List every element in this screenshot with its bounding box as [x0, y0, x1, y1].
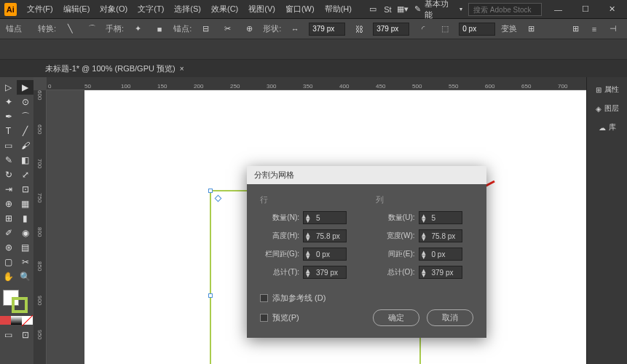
panel-libraries[interactable]: ☁库: [587, 119, 627, 135]
eraser-tool[interactable]: ◧: [17, 153, 33, 167]
stroke-swatch[interactable]: [12, 297, 28, 313]
stepper-icon[interactable]: ▴▾: [304, 232, 312, 240]
slice-tool[interactable]: ✂: [17, 255, 33, 269]
corner-type-icon[interactable]: ◜: [415, 22, 431, 36]
selection-handle-tl[interactable]: [208, 189, 213, 193]
stepper-icon[interactable]: ▴▾: [419, 250, 428, 258]
cancel-button[interactable]: 取消: [427, 309, 473, 326]
menu-window[interactable]: 窗口(W): [281, 1, 319, 17]
gradient-tool[interactable]: ▮: [17, 211, 33, 226]
menu-view[interactable]: 视图(V): [244, 1, 280, 17]
cloud-doc-icon[interactable]: ▭: [366, 2, 380, 17]
transform-icon[interactable]: ⊞: [523, 22, 539, 36]
width-input[interactable]: 379 px: [309, 23, 345, 36]
stepper-icon[interactable]: ▴▾: [419, 213, 428, 222]
corner-input[interactable]: 0 px: [459, 23, 495, 36]
shape-builder-tool[interactable]: ⊕: [0, 197, 17, 211]
type-tool[interactable]: T: [0, 124, 17, 138]
close-button[interactable]: ✕: [602, 1, 623, 17]
col-count-input[interactable]: ▴▾5: [419, 211, 462, 224]
color-mode-swatch[interactable]: [0, 316, 11, 325]
vertical-ruler[interactable]: 600650700750800850900950: [33, 90, 47, 364]
menu-type[interactable]: 文字(T): [133, 1, 168, 17]
menu-edit[interactable]: 编辑(E): [59, 1, 95, 17]
scale-tool[interactable]: ⤢: [17, 167, 33, 182]
stepper-icon[interactable]: ▴▾: [419, 232, 428, 240]
anchor-cut-icon[interactable]: ✂: [219, 22, 235, 36]
line-tool[interactable]: ╱: [17, 124, 33, 138]
menu-object[interactable]: 对象(O): [95, 1, 132, 17]
fill-stroke-control[interactable]: [0, 288, 33, 314]
perspective-tool[interactable]: ▦: [17, 197, 33, 211]
curvature-tool[interactable]: ⌒: [17, 109, 33, 124]
ok-button[interactable]: 确定: [373, 309, 419, 326]
link-wh-icon[interactable]: ↔: [287, 22, 303, 36]
shaper-tool[interactable]: ✎: [0, 153, 17, 167]
col-total-input[interactable]: ▴▾379 px: [419, 266, 462, 279]
stepper-icon[interactable]: ▴▾: [304, 213, 312, 222]
stock-search-input[interactable]: 搜索 Adobe Stock: [468, 3, 542, 16]
anchor-remove-icon[interactable]: ⊟: [197, 22, 213, 36]
link-chain-icon[interactable]: ⛓: [351, 22, 367, 36]
stepper-icon[interactable]: ▴▾: [419, 268, 428, 277]
stepper-icon[interactable]: ▴▾: [304, 250, 312, 258]
row-count-input[interactable]: ▴▾5: [303, 211, 347, 224]
selection-tool[interactable]: ▷: [0, 80, 17, 95]
menu-file[interactable]: 文件(F): [23, 1, 58, 17]
screen-mode-toggle[interactable]: ⊡: [17, 328, 33, 342]
menu-effect[interactable]: 效果(C): [207, 1, 242, 17]
brush-tool[interactable]: 🖌: [17, 138, 33, 153]
width-tool[interactable]: ⇥: [0, 182, 17, 197]
pin-icon[interactable]: ⊣: [605, 22, 621, 36]
brush-icon[interactable]: ✎: [410, 2, 425, 17]
magic-wand-tool[interactable]: ✦: [0, 95, 17, 109]
chevron-down-icon[interactable]: ▾: [460, 6, 462, 12]
height-input[interactable]: 379 px: [373, 23, 409, 36]
horizontal-ruler[interactable]: 0501001502002503003504004505005506006507…: [47, 77, 586, 90]
symbol-sprayer-tool[interactable]: ⊛: [0, 240, 17, 255]
handle-show-icon[interactable]: ✦: [130, 22, 146, 36]
zoom-tool[interactable]: 🔍: [17, 269, 33, 284]
corner-link-icon[interactable]: ⬚: [437, 22, 453, 36]
maximize-button[interactable]: ☐: [575, 1, 596, 17]
row-total-input[interactable]: ▴▾379 px: [303, 266, 347, 279]
document-tab[interactable]: 未标题-1* @ 100% (RGB/GPU 预览) ×: [38, 60, 192, 77]
close-tab-icon[interactable]: ×: [180, 65, 184, 73]
convert-smooth-icon[interactable]: ⌒: [84, 22, 100, 36]
row-gutter-input[interactable]: ▴▾0 px: [303, 248, 347, 261]
panel-layers[interactable]: ◈图层: [587, 100, 627, 116]
col-gutter-input[interactable]: ▴▾0 px: [419, 248, 462, 261]
pen-tool[interactable]: ✒: [0, 109, 17, 124]
stepper-icon[interactable]: ▴▾: [304, 268, 312, 277]
selection-handle-ml[interactable]: [208, 293, 213, 298]
free-transform-tool[interactable]: ⊡: [17, 182, 33, 197]
convert-corner-icon[interactable]: ╲: [62, 22, 78, 36]
minimize-button[interactable]: —: [548, 2, 569, 17]
panel-properties[interactable]: ⊞属性: [587, 82, 627, 98]
mesh-tool[interactable]: ⊞: [0, 211, 17, 226]
corner-widget-tl[interactable]: [215, 195, 222, 202]
gradient-mode-swatch[interactable]: [11, 316, 22, 325]
none-mode-swatch[interactable]: [22, 316, 33, 325]
row-height-input[interactable]: ▴▾75.8 px: [303, 229, 347, 242]
arrange-icon[interactable]: ▦▾: [395, 2, 410, 17]
graph-tool[interactable]: ▤: [17, 240, 33, 255]
menu-help[interactable]: 帮助(H): [320, 1, 356, 17]
artboard-tool[interactable]: ▢: [0, 255, 17, 269]
rectangle-tool[interactable]: ▭: [0, 138, 17, 153]
rotate-tool[interactable]: ↻: [0, 167, 17, 182]
col-width-input[interactable]: ▴▾75.8 px: [419, 229, 462, 242]
add-guides-checkbox[interactable]: [260, 294, 268, 302]
menu-select[interactable]: 选择(S): [170, 1, 205, 17]
blend-tool[interactable]: ◉: [17, 226, 33, 240]
doc-setup-icon[interactable]: ⊞: [567, 22, 583, 36]
direct-selection-tool[interactable]: ▶: [17, 80, 33, 95]
preview-checkbox[interactable]: [260, 314, 268, 322]
eyedropper-tool[interactable]: ✐: [0, 226, 17, 240]
workspace-switcher[interactable]: 基本功能: [425, 0, 454, 20]
lasso-tool[interactable]: ⊙: [17, 95, 33, 109]
assets-icon[interactable]: St: [380, 2, 395, 17]
screen-mode-normal[interactable]: ▭: [0, 328, 17, 342]
hand-tool[interactable]: ✋: [0, 269, 17, 284]
handle-hide-icon[interactable]: ■: [151, 22, 167, 36]
